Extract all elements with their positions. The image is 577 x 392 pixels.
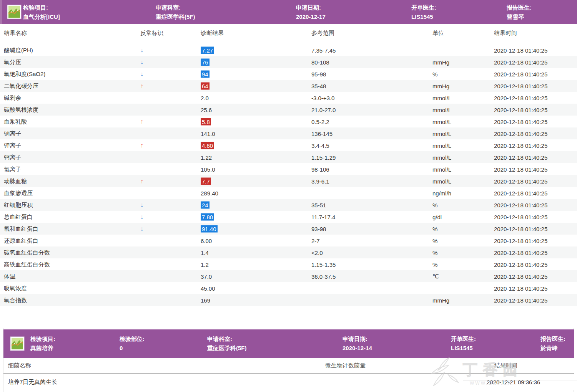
field-label: 检验项目: bbox=[23, 3, 60, 12]
chart-icon bbox=[10, 336, 25, 351]
table-row: 氧饱和度(SaO2)↓9495-98%2020-12-18 01:40:25 bbox=[0, 68, 577, 80]
result-time-cell: 2020-12-18 01:40:25 bbox=[494, 59, 547, 65]
high-value-badge: 4.60 bbox=[201, 142, 214, 149]
reference-range-cell: 136-145 bbox=[311, 130, 333, 137]
header-field-department: 申请科室: 重症医学科(5F) bbox=[207, 334, 247, 353]
column-header-diagnosis-result: 诊断结果 bbox=[201, 29, 224, 36]
result-time-cell: 2020-12-18 01:40:25 bbox=[494, 273, 547, 280]
diagnosis-result-cell: 7.80 bbox=[201, 213, 214, 220]
column-header-result-time: 结果时间 bbox=[494, 29, 517, 36]
diagnosis-result-cell: 1.2 bbox=[201, 261, 209, 268]
result-time-cell: 2020-12-18 01:40:25 bbox=[494, 106, 547, 113]
table-row: 氧分压↓7680-108mmHg2020-12-18 01:40:25 bbox=[0, 56, 577, 68]
unit-cell: % bbox=[432, 71, 437, 77]
result-time-cell: 2020-12-18 01:40:25 bbox=[494, 83, 547, 89]
diagnosis-result-cell: 25.6 bbox=[201, 106, 212, 113]
field-label: 开单医生: bbox=[451, 334, 476, 344]
abnormal-flag-cell: ↓ bbox=[140, 225, 143, 232]
unit-cell: % bbox=[432, 237, 437, 244]
reference-range-cell: 35-48 bbox=[311, 83, 326, 89]
result-time-cell: 2020-12-18 01:40:25 bbox=[494, 178, 547, 184]
reference-range-cell: 3.9-6.1 bbox=[311, 178, 329, 184]
result-time-cell: 2020-12-18 01:40:25 bbox=[494, 166, 547, 172]
result-name-cell: 钙离子 bbox=[4, 154, 21, 161]
fungal-culture-column-header-row: 细菌名称 微生物计数菌量 结果时间 bbox=[3, 358, 574, 374]
result-name-cell: 总血红蛋白 bbox=[4, 213, 33, 220]
result-name-cell: 钠离子 bbox=[4, 130, 21, 137]
table-row: 碳酸氢根浓度25.621.0-27.0mmol/L2020-12-18 01:4… bbox=[0, 104, 577, 116]
table-row: 氧和血红蛋白↓91.4093-98%2020-12-18 01:40:25 bbox=[0, 223, 577, 235]
result-time-cell: 2020-12-18 01:40:25 bbox=[494, 285, 547, 291]
reference-range-cell: 21.0-27.0 bbox=[311, 106, 336, 113]
field-value: 重症医学科(5F) bbox=[207, 344, 247, 353]
diagnosis-result-cell: 1.22 bbox=[201, 154, 212, 160]
header-field-request-date: 申请日期: 2020-12-14 bbox=[343, 334, 372, 353]
diagnosis-result-cell: 169 bbox=[201, 297, 210, 303]
result-name-cell: 血浆渗透压 bbox=[4, 189, 33, 197]
result-name-cell: 碳酸氢根浓度 bbox=[4, 106, 38, 113]
result-name-cell: 酸碱度(PH) bbox=[4, 46, 33, 54]
unit-cell: % bbox=[432, 225, 437, 232]
table-row: 氧合指数169mmHg2020-12-18 01:40:25 bbox=[0, 294, 577, 306]
abnormal-flag-cell: ↓ bbox=[140, 47, 143, 54]
unit-cell: mmol/L bbox=[432, 118, 451, 125]
result-time-cell: 2020-12-18 01:40:25 bbox=[494, 190, 547, 196]
header-field-test-item: 检验项目: 真菌培养 bbox=[30, 334, 55, 353]
low-value-badge: 91.40 bbox=[201, 225, 218, 232]
table-row: 红细胞压积↓2435-51%2020-12-18 01:40:25 bbox=[0, 199, 577, 211]
diagnosis-result-cell: 141.0 bbox=[201, 130, 215, 137]
result-time-cell: 2020-12-18 01:40:25 bbox=[494, 249, 547, 256]
result-time-cell: 2020-12-18 01:40:25 bbox=[494, 261, 547, 268]
result-time-cell: 2020-12-18 01:40:25 bbox=[494, 297, 547, 303]
result-time-cell: 2020-12-21 09:36:36 bbox=[487, 379, 540, 385]
blood-gas-section-header: 检验项目: 血气分析[ICU] 申请科室: 重症医学科(5F) 申请日期: 20… bbox=[0, 0, 577, 24]
diagnosis-result-cell: 91.40 bbox=[201, 225, 218, 232]
reference-range-cell: 2-7 bbox=[311, 237, 320, 244]
high-value-badge: 5.8 bbox=[201, 118, 211, 125]
reference-range-cell: 1.15-1.35 bbox=[311, 261, 336, 268]
reference-range-cell: 80-108 bbox=[311, 59, 329, 65]
reference-range-cell: <2.0 bbox=[311, 249, 323, 256]
diagnosis-result-cell: 1.4 bbox=[201, 249, 209, 256]
abnormal-flag-cell: ↑ bbox=[140, 83, 143, 89]
diagnosis-result-cell: 289.40 bbox=[201, 190, 218, 196]
high-value-badge: 64 bbox=[201, 82, 210, 89]
reference-range-cell: 3.4-4.5 bbox=[311, 142, 329, 149]
low-value-badge: 7.80 bbox=[201, 213, 214, 220]
header-field-request-date: 申请日期: 2020-12-17 bbox=[296, 3, 326, 22]
arrow-down-icon: ↓ bbox=[140, 225, 143, 232]
abnormal-flag-cell: ↓ bbox=[140, 71, 143, 78]
result-time-cell: 2020-12-18 01:40:25 bbox=[494, 225, 547, 232]
arrow-up-icon: ↑ bbox=[140, 142, 143, 149]
field-value: 0 bbox=[120, 344, 145, 353]
diagnosis-result-cell: 7.27 bbox=[201, 46, 214, 54]
result-name-cell: 碳氧血红蛋白分数 bbox=[4, 249, 50, 256]
result-time-cell: 2020-12-18 01:40:25 bbox=[494, 213, 547, 220]
result-name-cell: 氧饱和度(SaO2) bbox=[4, 70, 45, 78]
table-row: 体温37.036.0-37.5℃2020-12-18 01:40:25 bbox=[0, 270, 577, 282]
reference-range-cell: 36.0-37.5 bbox=[311, 273, 336, 280]
field-label: 申请日期: bbox=[343, 334, 372, 344]
field-value: 於青峰 bbox=[540, 344, 565, 353]
result-name-cell: 钾离子 bbox=[4, 142, 21, 149]
lab-report-page: 检验项目: 血气分析[ICU] 申请科室: 重症医学科(5F) 申请日期: 20… bbox=[0, 0, 577, 392]
result-name-cell: 氧分压 bbox=[4, 58, 21, 66]
result-time-cell: 2020-12-18 01:40:25 bbox=[494, 71, 547, 77]
diagnosis-result-cell: 45.00 bbox=[201, 285, 215, 291]
table-row: 总血红蛋白↓7.8011.7-17.4g/dl2020-12-18 01:40:… bbox=[0, 211, 577, 223]
blood-gas-column-header-row: 结果名称 反常标识 诊断结果 参考范围 单位 结果时间 bbox=[0, 24, 577, 42]
field-label: 申请日期: bbox=[296, 3, 326, 12]
field-label: 申请科室: bbox=[207, 334, 247, 344]
column-header-abnormal-flag: 反常标识 bbox=[140, 29, 163, 36]
column-header-unit: 单位 bbox=[432, 29, 444, 36]
header-field-ordering-doctor: 开单医生: LIS1545 bbox=[451, 334, 476, 353]
unit-cell: mmol/L bbox=[432, 94, 451, 101]
table-row: 动脉血糖↑7.73.9-6.1mmol/L2020-12-18 01:40:25 bbox=[0, 175, 577, 187]
table-row: 碱剩余2.0-3.0-+3.0mmol/L2020-12-18 01:40:25 bbox=[0, 92, 577, 104]
unit-cell: mmol/L bbox=[432, 166, 451, 172]
diagnosis-result-cell: 94 bbox=[201, 70, 210, 78]
unit-cell: g/dl bbox=[432, 213, 442, 220]
low-value-badge: 7.27 bbox=[201, 46, 214, 54]
result-time-cell: 2020-12-18 01:40:25 bbox=[494, 130, 547, 137]
unit-cell: mmol/L bbox=[432, 154, 451, 160]
